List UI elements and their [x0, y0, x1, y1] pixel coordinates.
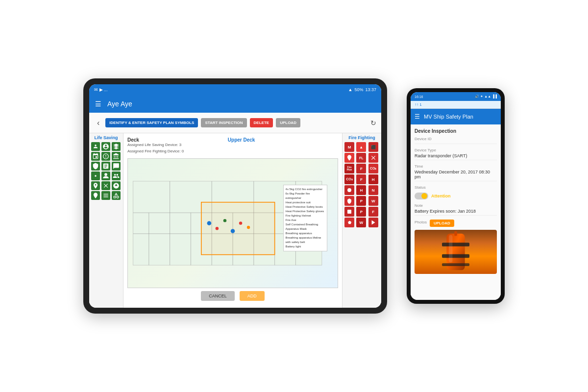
fire-icon-6[interactable] — [368, 153, 378, 163]
safety-icon-16[interactable] — [91, 191, 100, 200]
notification-count: ↑ 1 — [416, 102, 422, 107]
scene: ✉ ▶ ... ▲ 50% 13:37 ☰ Aye Aye ‹ IDENTIFY… — [0, 0, 588, 392]
svg-point-19 — [247, 226, 250, 229]
fire-icon-20[interactable]: P — [356, 207, 366, 217]
fire-icon-11[interactable]: F — [356, 174, 366, 184]
fire-icon-18[interactable]: W — [368, 196, 378, 206]
fire-icon-21[interactable]: F — [368, 207, 378, 217]
safety-icon-10[interactable] — [91, 172, 100, 180]
upload-button[interactable]: UPLOAD — [276, 118, 300, 127]
notification-bar: ↑ ↑ 1 — [411, 101, 501, 109]
time-field: Time Wednesday December 20, 2017 08:30 p… — [415, 164, 497, 181]
status-row: Attention — [415, 193, 497, 199]
tablet-app-title: Aye Aye — [107, 100, 132, 108]
status-toggle-dot — [421, 193, 427, 199]
safety-icon-12[interactable] — [112, 172, 121, 180]
fire-icon-grid: M ▲ ⬛ FL FirePlan F — [344, 142, 379, 227]
fire-icon-15[interactable]: N — [368, 185, 378, 195]
svg-point-15 — [216, 227, 219, 230]
svg-point-14 — [207, 221, 212, 225]
life-saving-device-info: Assigned Life Saving Device: 3 — [127, 143, 184, 147]
status-field: Status Attention — [415, 185, 497, 199]
safety-icon-11[interactable] — [101, 172, 110, 180]
fire-icon-2[interactable]: ▲ — [356, 142, 366, 152]
photos-label: Photos — [415, 220, 427, 224]
safety-icon-5[interactable] — [101, 152, 110, 161]
cancel-button[interactable]: CANCEL — [201, 291, 235, 301]
upper-deck-title: Upper Deck — [228, 137, 255, 155]
hamburger-icon[interactable]: ☰ — [95, 100, 101, 108]
safety-icon-6[interactable] — [112, 152, 121, 161]
fire-icon-4[interactable] — [344, 153, 354, 163]
safety-icon-2[interactable] — [101, 142, 110, 151]
svg-rect-22 — [347, 210, 351, 214]
device-id-value[interactable] — [415, 142, 497, 144]
fire-icon-22[interactable]: ⬟ — [344, 218, 354, 227]
fire-icon-14[interactable]: H — [356, 185, 366, 195]
attention-text: Attention — [431, 194, 451, 198]
fire-icon-10[interactable]: CO₂ — [344, 174, 354, 184]
refresh-icon[interactable]: ↻ — [370, 119, 376, 127]
deck-header: Deck Assigned Life Saving Device: 3 Assi… — [127, 137, 338, 155]
device-photo-svg — [415, 230, 497, 274]
fire-icon-13[interactable] — [344, 185, 354, 195]
tablet-status-right: ▲ 50% 13:37 — [348, 87, 376, 92]
note-value: Battery Expires soon: Jan 2018 — [415, 209, 497, 216]
fire-icon-9[interactable]: CO₂ — [368, 164, 378, 173]
fire-icon-8[interactable]: F — [356, 164, 366, 173]
action-buttons: CANCEL ADD — [127, 288, 338, 304]
deck-title: Deck — [127, 137, 184, 143]
map-container[interactable]: 4x 5kg CO2 fire extinguisher 6x 6kg Powd… — [127, 158, 338, 288]
safety-icon-17[interactable] — [101, 191, 110, 200]
safety-icon-14[interactable] — [101, 181, 110, 190]
life-saving-device-value: 3 — [179, 143, 181, 147]
safety-icon-4[interactable] — [91, 152, 100, 161]
safety-icon-8[interactable] — [101, 162, 110, 171]
safety-icon-13[interactable] — [91, 181, 100, 190]
safety-icon-3[interactable] — [112, 142, 121, 151]
start-inspection-button[interactable]: START INSPECTION — [201, 118, 246, 127]
fire-icon-24[interactable] — [368, 218, 378, 227]
time-value: Wednesday December 20, 2017 08:30 pm — [415, 170, 497, 181]
phone-content: Device Inspection Device ID Device Type … — [411, 124, 501, 300]
tablet-device: ✉ ▶ ... ▲ 50% 13:37 ☰ Aye Aye ‹ IDENTIFY… — [83, 78, 387, 314]
svg-point-0 — [95, 145, 97, 147]
device-id-field: Device ID — [415, 137, 497, 144]
svg-point-18 — [239, 221, 242, 224]
fire-icon-7[interactable]: FirePlan — [344, 164, 354, 173]
fire-fighting-title: Fire Fighting — [344, 135, 379, 140]
safety-icon-7[interactable] — [91, 162, 100, 171]
life-saving-icon-grid — [91, 142, 121, 200]
photos-section: Photos UPLOAD — [415, 220, 497, 274]
fire-icon-3[interactable]: ⬛ — [368, 142, 378, 152]
phone-hamburger-icon[interactable]: ☰ — [415, 113, 420, 120]
note-label: Note — [415, 203, 497, 208]
svg-point-21 — [347, 188, 351, 192]
fire-icon-12[interactable]: H — [368, 174, 378, 184]
fire-icon-23[interactable]: W — [356, 218, 366, 227]
device-type-field: Device Type Radar transponder (SART) — [415, 148, 497, 160]
fire-icon-19[interactable] — [344, 207, 354, 217]
svg-rect-28 — [449, 235, 452, 262]
safety-icon-15[interactable] — [112, 181, 121, 190]
tablet-status-left: ✉ ▶ ... — [94, 87, 108, 92]
life-saving-panel: Life Saving — [89, 133, 123, 308]
status-toggle[interactable] — [415, 193, 428, 199]
tablet-header: ☰ Aye Aye — [89, 95, 381, 113]
delete-button[interactable]: DELETE — [250, 118, 273, 127]
add-button[interactable]: ADD — [240, 291, 265, 301]
fire-icon-5[interactable]: FL — [356, 153, 366, 163]
safety-icon-1[interactable] — [91, 142, 100, 151]
safety-icon-18[interactable] — [112, 191, 121, 200]
fire-icon-1[interactable]: M — [344, 142, 354, 152]
phone-upload-button[interactable]: UPLOAD — [430, 220, 454, 227]
phone-header: ☰ MV Ship Safety Plan — [411, 109, 501, 124]
fire-fighting-device-value: 0 — [182, 149, 184, 153]
identify-button[interactable]: IDENTIFY & ENTER SAFETY PLAN SYMBOLS — [105, 118, 198, 128]
safety-icon-9[interactable] — [112, 162, 121, 171]
fire-icon-16[interactable] — [344, 196, 354, 206]
phone-device: 16:16 🔊 ✦ ▲▲ ▐▐ ↑ ↑ 1 ☰ MV Ship Safety P… — [407, 88, 505, 304]
fire-icon-17[interactable]: P — [356, 196, 366, 206]
back-button[interactable]: ‹ — [94, 118, 102, 128]
svg-rect-26 — [442, 263, 469, 266]
